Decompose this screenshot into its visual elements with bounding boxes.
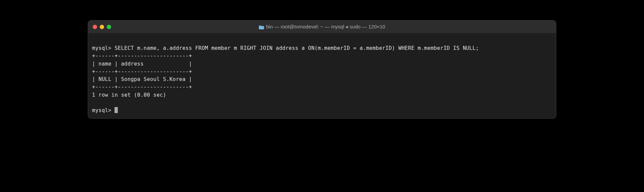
terminal-window: bin — root@tomodevel: ~ — mysql ◂ sudo —… [88, 20, 556, 119]
window-title: bin — root@tomodevel: ~ — mysql ◂ sudo —… [259, 24, 385, 30]
traffic-lights [93, 25, 111, 29]
table-data-row: | NULL | Songpa Seoul S.Korea | [92, 76, 552, 83]
maximize-button[interactable] [107, 25, 111, 29]
table-separator-mid: +------+----------------------+ [92, 68, 552, 76]
folder-icon [259, 25, 264, 29]
mysql-prompt-2: mysql> [92, 107, 114, 113]
window-title-text: bin — root@tomodevel: ~ — mysql ◂ sudo —… [266, 24, 385, 30]
cursor [114, 107, 118, 113]
table-separator-top: +------+----------------------+ [92, 52, 552, 60]
sql-query: SELECT m.name, a.address FROM member m R… [114, 45, 479, 51]
table-separator-bot: +------+----------------------+ [92, 83, 552, 91]
minimize-button[interactable] [100, 25, 104, 29]
close-button[interactable] [93, 25, 97, 29]
mysql-prompt: mysql> [92, 45, 114, 51]
terminal-body[interactable]: mysql> SELECT m.name, a.address FROM mem… [88, 33, 556, 118]
result-message: 1 row in set (0.00 sec) [92, 91, 552, 99]
titlebar[interactable]: bin — root@tomodevel: ~ — mysql ◂ sudo —… [88, 20, 556, 33]
table-header-row: | name | address | [92, 60, 552, 68]
